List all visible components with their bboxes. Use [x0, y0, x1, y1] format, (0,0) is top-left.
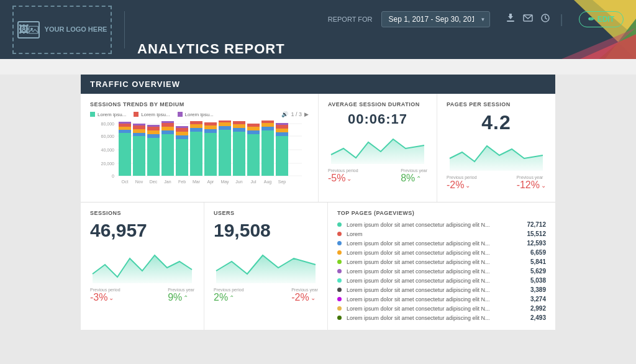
- u-prev-year-change: -2% ⌄: [291, 292, 318, 303]
- page-dot: [337, 269, 342, 273]
- avg-session-prev-year: Previous year 8% ⌃: [401, 168, 427, 184]
- page-dot: [337, 288, 342, 292]
- page-views: 3,274: [530, 296, 546, 303]
- legend-dot-2: [134, 112, 139, 117]
- arrow-up-1: ⌃: [416, 175, 421, 182]
- prev-period-label-1: Previous period: [328, 168, 358, 173]
- svg-rect-53: [190, 124, 202, 128]
- svg-rect-33: [147, 138, 160, 176]
- clock-icon[interactable]: [540, 13, 550, 25]
- svg-text:Oct: Oct: [122, 180, 129, 184]
- u-prev-year-val: -2%: [291, 292, 309, 303]
- svg-rect-45: [176, 139, 188, 176]
- u-prev-year-label: Previous year: [291, 288, 318, 292]
- pages-per-session-value: 4.2: [447, 111, 546, 134]
- svg-rect-29: [133, 129, 145, 133]
- legend-nav[interactable]: 🔊 1 / 3 ▶: [281, 111, 309, 117]
- svg-rect-63: [219, 122, 231, 126]
- page-name: Lorem ipsum dolor sit amet consectetur a…: [347, 315, 525, 321]
- svg-rect-22: [119, 130, 131, 133]
- top-pages-row: Lorem ipsum dolor sit amet consectetur a…: [337, 257, 546, 266]
- pages-session-prev-year: Previous year -12% ⌄: [517, 175, 546, 191]
- page-views: 5,841: [530, 258, 546, 265]
- arrow-down-2: ⌄: [465, 182, 470, 189]
- date-select[interactable]: Sep 1, 2017 - Sep 30, 2017: [381, 11, 490, 27]
- sessions-prev-year: Previous year 9% ⌃: [168, 288, 194, 303]
- download-icon[interactable]: [506, 13, 516, 25]
- svg-rect-66: [233, 132, 245, 176]
- logo-icon: [17, 21, 40, 39]
- page-name: Lorem ipsum dolor sit amet consectetur a…: [347, 222, 522, 228]
- svg-rect-85: [276, 123, 288, 125]
- arrow-down-1: ⌄: [347, 175, 352, 182]
- svg-rect-54: [190, 121, 202, 124]
- header-decoration: [543, 0, 636, 59]
- svg-rect-77: [261, 127, 274, 130]
- section-header: TRAFFIC OVERVIEW: [81, 75, 555, 94]
- legend-label-1: Lorem ipsu...: [98, 112, 126, 117]
- date-range-selector[interactable]: Sep 1, 2017 - Sep 30, 2017: [381, 11, 490, 27]
- prev-year-val-1: 8%: [401, 173, 415, 184]
- arrow-down-3: ⌄: [541, 182, 546, 189]
- page-dot: [337, 232, 342, 236]
- svg-rect-47: [176, 132, 188, 135]
- svg-rect-25: [119, 122, 131, 124]
- svg-text:Mar: Mar: [193, 180, 201, 184]
- top-pages-row: Lorem 15,512: [337, 229, 546, 239]
- top-pages-row: Lorem ipsum dolor sit amet consectetur a…: [337, 294, 546, 304]
- page-name: Lorem ipsum dolor sit amet consectetur a…: [347, 268, 525, 275]
- prev-period-change-2: -2% ⌄: [447, 180, 477, 191]
- email-icon[interactable]: [523, 13, 533, 25]
- svg-rect-41: [161, 127, 174, 130]
- sessions-footer: Previous period -3% ⌄ Previous year 9% ⌃: [90, 288, 194, 303]
- page-dot: [337, 306, 342, 311]
- bar-chart-svg: 80,000 60,000 40,000 20,000 0: [90, 121, 309, 192]
- sub-header: [0, 59, 636, 75]
- avg-session-footer: Previous period -5% ⌄ Previous year 8% ⌃: [328, 168, 427, 184]
- svg-rect-36: [147, 127, 160, 130]
- page-views: 12,593: [527, 240, 546, 247]
- page-views: 15,512: [527, 230, 546, 237]
- legend-item-1: Lorem ipsu...: [90, 112, 126, 117]
- svg-rect-31: [133, 124, 145, 125]
- avg-session-prev-period: Previous period -5% ⌄: [328, 168, 358, 184]
- page-name: Lorem ipsum dolor sit amet consectetur a…: [347, 287, 525, 293]
- users-prev-year: Previous year -2% ⌄: [291, 288, 318, 303]
- prev-year-label-2: Previous year: [517, 175, 546, 180]
- sessions-value: 46,957: [90, 220, 194, 241]
- s-prev-period-val: -3%: [90, 292, 107, 303]
- users-title: USERS: [214, 210, 318, 216]
- svg-text:Apr: Apr: [207, 180, 215, 184]
- chart-legend: Lorem ipsu... Lorem ipsu... Lorem ipsu..…: [90, 111, 309, 117]
- avg-session-sparkline: [328, 130, 427, 164]
- sessions-trends-chart: SESSIONS TRENDS BY MEDIUM Lorem ipsu... …: [81, 94, 319, 202]
- s-arrow-down: ⌄: [109, 294, 114, 301]
- prev-period-change-1: -5% ⌄: [328, 173, 358, 184]
- svg-rect-51: [190, 132, 202, 176]
- page-dot: [337, 241, 342, 245]
- prev-period-val-2: -2%: [447, 180, 464, 191]
- page-name: Lorem: [347, 231, 522, 237]
- u-arrow-up: ⌃: [229, 294, 234, 301]
- page-name: Lorem ipsum dolor sit amet consectetur a…: [347, 296, 525, 303]
- sessions-prev-period: Previous period -3% ⌄: [90, 288, 120, 303]
- pages-per-session-sparkline: [447, 137, 546, 171]
- logo-text: YOUR LOGO HERE: [45, 25, 107, 34]
- pages-session-prev-period: Previous period -2% ⌄: [447, 175, 477, 191]
- page-views: 2,493: [530, 314, 546, 321]
- svg-rect-43: [161, 121, 174, 123]
- svg-rect-82: [276, 132, 288, 136]
- top-pages-list: Lorem ipsum dolor sit amet consectetur a…: [337, 220, 546, 322]
- top-charts-row: SESSIONS TRENDS BY MEDIUM Lorem ipsu... …: [81, 94, 555, 202]
- page-views: 6,659: [530, 249, 546, 256]
- svg-rect-40: [161, 130, 174, 134]
- svg-rect-27: [133, 136, 145, 176]
- prev-year-change-1: 8% ⌃: [401, 173, 427, 184]
- s-prev-year-val: 9%: [168, 292, 182, 303]
- edit-button[interactable]: ✏ EDIT: [579, 11, 624, 27]
- legend-page: 1 / 3: [291, 111, 302, 117]
- svg-rect-7: [507, 20, 514, 22]
- s-prev-year-change: 9% ⌃: [168, 292, 194, 303]
- svg-rect-73: [247, 127, 260, 130]
- svg-rect-68: [233, 124, 245, 128]
